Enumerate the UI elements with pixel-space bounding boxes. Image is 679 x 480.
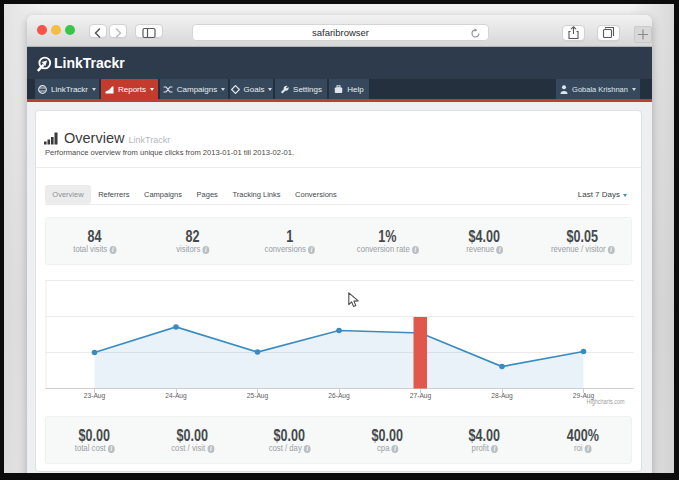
svg-text:28-Aug: 28-Aug — [491, 391, 513, 400]
svg-text:23-Aug: 23-Aug — [84, 391, 106, 400]
svg-text:25-Aug: 25-Aug — [247, 391, 269, 400]
svg-text:24-Aug: 24-Aug — [165, 391, 187, 400]
svg-text:27-Aug: 27-Aug — [410, 391, 432, 400]
svg-text:26-Aug: 26-Aug — [328, 391, 350, 400]
svg-text:Highcharts.com: Highcharts.com — [587, 398, 625, 406]
